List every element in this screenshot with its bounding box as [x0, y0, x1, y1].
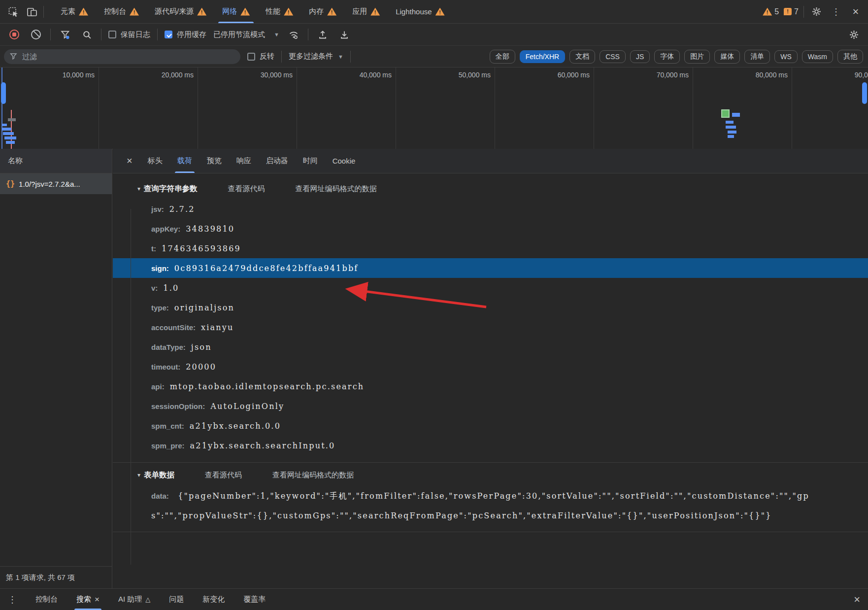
filter-input[interactable] [21, 52, 234, 61]
query-param-row[interactable]: type originaljson [113, 298, 868, 317]
checkbox-unchecked [247, 53, 255, 61]
detail-tab[interactable]: 预览 [200, 149, 229, 173]
request-type-chip[interactable]: CSS [600, 50, 626, 63]
close-devtools-icon[interactable]: × [848, 4, 863, 19]
waterfall-bar [728, 131, 736, 134]
throttling-select[interactable]: 已停用节流模式 ▼ [213, 30, 279, 39]
query-param-row[interactable]: api mtop.taobao.idlemtopsearch.pc.search [113, 376, 868, 396]
request-type-chip[interactable]: 图片 [684, 50, 710, 64]
settings-gear-icon[interactable] [809, 4, 824, 19]
detail-tab[interactable]: 标头 [140, 149, 170, 173]
collapse-triangle-icon[interactable]: ▾ [137, 472, 140, 478]
invert-filter-checkbox[interactable]: 反转 [247, 52, 274, 61]
panel-tab[interactable]: 源代码/来源 ! [147, 0, 214, 23]
panel-tab[interactable]: 控制台 ! [96, 0, 147, 23]
panel-tab[interactable]: 内存 ! [301, 0, 344, 23]
preserve-log-checkbox[interactable]: 保留日志 [108, 30, 150, 39]
query-param-row[interactable]: spm_pre a21ybx.search.searchInput.0 [113, 436, 868, 455]
warnings-badge[interactable]: ! 5 [763, 7, 779, 16]
detail-tab[interactable]: 载荷 [170, 149, 200, 173]
inspect-element-icon[interactable] [6, 4, 21, 19]
record-network-log-button[interactable] [7, 27, 22, 42]
detail-tab[interactable]: 时间 [296, 149, 325, 173]
form-data-section-header: ▾ 表单数据 查看源代码 查看网址编码格式的数据 [113, 468, 868, 482]
drawer-tab[interactable]: 新变化 △ × [202, 589, 225, 610]
request-type-chip[interactable]: Wasm [802, 50, 833, 63]
request-list-header[interactable]: 名称 [0, 149, 112, 173]
request-type-chip[interactable]: 字体 [654, 50, 680, 64]
request-type-chip[interactable]: 清单 [744, 50, 770, 64]
drawer-tab[interactable]: 问题 △ × [169, 589, 184, 610]
funnel-icon [10, 53, 17, 60]
request-type-chip[interactable]: 其他 [837, 50, 863, 64]
request-count-status: 第 1 项请求, 共 67 项 [0, 566, 112, 588]
more-options-icon[interactable]: ⋮ [829, 4, 843, 19]
detail-tab[interactable]: 启动器 [259, 149, 296, 173]
request-type-chip[interactable]: JS [630, 50, 650, 63]
request-row[interactable]: {} 1.0/?jsv=2.7.2&a... [0, 173, 112, 194]
ai-assistant-icon: △ [145, 596, 150, 603]
drawer-tab-label: 控制台 [35, 595, 58, 604]
device-toolbar-icon[interactable] [25, 4, 39, 19]
network-conditions-icon[interactable] [286, 27, 301, 42]
device-toolbar-glyph [27, 6, 37, 17]
panel-tab[interactable]: 应用 ! [344, 0, 388, 23]
network-overview-timeline[interactable]: 10,000 ms 20,000 ms 30,000 ms 40,000 ms … [0, 68, 868, 149]
request-type-chip[interactable]: Fetch/XHR [520, 50, 565, 63]
request-type-chip[interactable]: 文档 [569, 50, 595, 64]
drawer-tab[interactable]: 搜索 △ × [76, 589, 100, 610]
query-param-row[interactable]: v 1.0 [113, 278, 868, 298]
request-type-chip[interactable]: 全部 [490, 50, 515, 64]
checkbox-unchecked [108, 31, 116, 38]
query-param-row[interactable]: dataType json [113, 337, 868, 357]
param-value: 1746346593869 [162, 244, 241, 253]
close-detail-icon[interactable]: × [120, 149, 139, 173]
query-param-row[interactable]: spm_cnt a21ybx.search.0.0 [113, 416, 868, 436]
overview-range-handle-right[interactable] [862, 82, 867, 104]
request-type-chip[interactable]: 媒体 [714, 50, 740, 64]
tree-indent-guide [131, 209, 131, 565]
panel-tab[interactable]: 元素 ! [53, 0, 96, 23]
detail-tab[interactable]: 响应 [229, 149, 259, 173]
detail-tab[interactable]: Cookie [325, 149, 363, 173]
export-har-icon[interactable] [337, 27, 352, 42]
waterfall-bar [726, 126, 736, 129]
filter-toggle-button[interactable] [58, 27, 72, 42]
view-urlencoded-link[interactable]: 查看网址编码格式的数据 [296, 184, 377, 194]
filter-input-pill[interactable] [4, 49, 240, 64]
payload-view: ▾ 查询字符串参数 查看源代码 查看网址编码格式的数据 jsv 2.7.2 ap… [113, 181, 868, 532]
panel-tab[interactable]: 网络 ! [214, 0, 258, 23]
close-search-tab-icon[interactable]: × [95, 595, 100, 605]
view-source-link[interactable]: 查看源代码 [205, 471, 242, 480]
view-source-link[interactable]: 查看源代码 [228, 184, 265, 194]
query-param-row[interactable]: sessionOption AutoLoginOnly [113, 396, 868, 416]
disable-cache-checkbox[interactable]: 停用缓存 [165, 30, 206, 39]
query-param-row[interactable]: sign 0c89316a2479ddce8fe42bffaa941bbf [113, 258, 868, 278]
query-param-row[interactable]: t 1746346593869 [113, 238, 868, 258]
waterfall-bar [2, 128, 11, 131]
query-param-row[interactable]: accountSite xianyu [113, 317, 868, 337]
close-drawer-icon[interactable]: × [854, 589, 860, 610]
drawer-tab[interactable]: 控制台 △ × [35, 589, 58, 610]
drawer-tab[interactable]: AI 助理 △ × [118, 589, 150, 610]
overview-range-handle-left[interactable] [1, 82, 6, 104]
clear-network-log-button[interactable] [29, 27, 43, 42]
drawer-more-options-icon[interactable]: ⋮ [8, 589, 17, 610]
more-filters-dropdown[interactable]: 更多过滤条件 ▼ [289, 52, 343, 61]
query-param-row[interactable]: timeout 20000 [113, 357, 868, 376]
query-param-row[interactable]: appKey 34839810 [113, 219, 868, 238]
panel-tab[interactable]: 性能 ! [258, 0, 301, 23]
drawer-tab[interactable]: 覆盖率 △ × [243, 589, 266, 610]
waterfall-bar [728, 135, 734, 138]
view-urlencoded-link[interactable]: 查看网址编码格式的数据 [272, 471, 354, 480]
import-har-icon[interactable] [315, 27, 330, 42]
search-button[interactable] [79, 27, 94, 42]
issues-badge[interactable]: ! 7 [784, 7, 799, 16]
divider [101, 29, 101, 40]
collapse-triangle-icon[interactable]: ▾ [137, 185, 140, 192]
query-param-row[interactable]: jsv 2.7.2 [113, 199, 868, 219]
panel-tab[interactable]: Lighthouse ! [388, 0, 452, 23]
network-settings-gear-icon[interactable] [846, 27, 861, 42]
request-type-chip[interactable]: WS [774, 50, 798, 63]
network-warning-icon: ! [240, 8, 250, 16]
